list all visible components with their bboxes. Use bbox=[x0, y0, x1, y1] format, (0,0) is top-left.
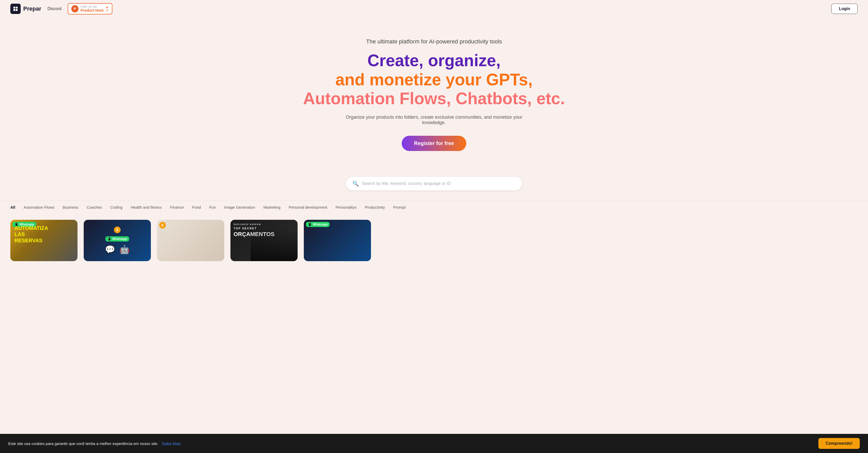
hero-section: The ultimate platform for AI-powered pro… bbox=[0, 18, 868, 177]
ph-vote-arrow: ▲ bbox=[106, 5, 109, 9]
card-1-title: AUTOMATIZALASRESERVAS bbox=[14, 225, 48, 244]
producthunt-badge[interactable]: P FIND US ON Product Hunt ▲ 7 bbox=[68, 3, 113, 15]
hero-title-purple: Create, organize, bbox=[367, 51, 501, 70]
cookie-text: Este site usa cookies para garantir que … bbox=[8, 442, 812, 446]
search-input[interactable] bbox=[362, 181, 516, 186]
hero-title-salmon: Automation Flows, Chatbots, etc. bbox=[303, 89, 565, 108]
ph-votes: ▲ 7 bbox=[106, 5, 109, 12]
card-2-badge: $ bbox=[114, 227, 121, 233]
category-marketing[interactable]: Marketing bbox=[264, 205, 281, 209]
hero-title: Create, organize, and monetize your GPTs… bbox=[10, 51, 858, 108]
svg-rect-1 bbox=[16, 7, 18, 8]
category-coaches[interactable]: Coaches bbox=[87, 205, 102, 209]
category-coding[interactable]: Coding bbox=[110, 205, 122, 209]
hero-description: Organize your products into folders, cre… bbox=[344, 115, 524, 125]
hero-subtitle: The ultimate platform for AI-powered pro… bbox=[10, 38, 858, 45]
card-2-wa: 📱 Whatsapp bbox=[105, 236, 129, 242]
ph-text: FIND US ON Product Hunt bbox=[81, 5, 103, 12]
ph-name-label: Product Hunt bbox=[81, 8, 103, 12]
svg-rect-3 bbox=[16, 9, 18, 11]
login-button[interactable]: Login bbox=[831, 4, 858, 14]
card-3[interactable]: $ bbox=[157, 220, 224, 261]
category-image-generation[interactable]: Image Generation bbox=[224, 205, 255, 209]
search-icon: 🔍 bbox=[352, 180, 359, 187]
card-1[interactable]: 📱 Whatsapp AUTOMATIZALASRESERVAS bbox=[10, 220, 78, 261]
category-fun[interactable]: Fun bbox=[209, 205, 216, 209]
svg-rect-2 bbox=[13, 9, 15, 11]
logo[interactable]: Prepar bbox=[10, 4, 41, 14]
card-4[interactable]: leort.com.br ★★★★★ TOP SECRET ORÇAMENTOS bbox=[230, 220, 298, 261]
bot-icon: 🤖 bbox=[119, 245, 130, 254]
card-5-badge: 📱 Whatsapp bbox=[306, 222, 330, 227]
ph-find-label: FIND US ON bbox=[81, 5, 103, 8]
svg-rect-0 bbox=[13, 7, 15, 8]
card-4-overlay bbox=[251, 228, 298, 261]
card-2-icons: 💬 🤖 bbox=[105, 245, 130, 254]
card-5[interactable]: 📱 Whatsapp bbox=[304, 220, 371, 261]
category-all[interactable]: All bbox=[10, 205, 15, 209]
cookie-accept-button[interactable]: Compreendo! bbox=[818, 438, 860, 449]
categories-bar: All Automation Flows Business Coaches Co… bbox=[0, 201, 868, 214]
cookie-banner: Este site usa cookies para garantir que … bbox=[0, 434, 868, 453]
search-bar: 🔍 bbox=[346, 177, 522, 190]
navbar: Prepar Discord P FIND US ON Product Hunt… bbox=[0, 0, 868, 18]
card-2[interactable]: $ 📱 Whatsapp 💬 🤖 bbox=[84, 220, 151, 261]
hero-title-orange: and monetize your GPTs, bbox=[335, 70, 532, 89]
category-personal-development[interactable]: Personal development bbox=[288, 205, 327, 209]
chat-icon: 💬 bbox=[105, 245, 115, 254]
card-3-badge: $ bbox=[159, 222, 166, 229]
navbar-left: Prepar Discord P FIND US ON Product Hunt… bbox=[10, 3, 113, 15]
category-prompt[interactable]: Prompt bbox=[393, 205, 406, 209]
ph-vote-count: 7 bbox=[106, 9, 108, 12]
category-business[interactable]: Business bbox=[63, 205, 78, 209]
cards-row: 📱 Whatsapp AUTOMATIZALASRESERVAS $ 📱 Wha… bbox=[0, 214, 868, 267]
logo-text: Prepar bbox=[23, 5, 41, 12]
category-health-fitness[interactable]: Health and fitness bbox=[131, 205, 162, 209]
category-productivity[interactable]: Productivity bbox=[365, 205, 385, 209]
category-food[interactable]: Food bbox=[192, 205, 201, 209]
logo-icon bbox=[10, 4, 21, 14]
discord-link[interactable]: Discord bbox=[48, 6, 61, 11]
search-section: 🔍 bbox=[336, 177, 532, 190]
category-personalitys[interactable]: Personalitys bbox=[336, 205, 357, 209]
category-finance[interactable]: Finance bbox=[170, 205, 184, 209]
register-button[interactable]: Register for free bbox=[402, 136, 467, 151]
ph-icon: P bbox=[71, 5, 79, 12]
category-automation-flows[interactable]: Automation Flows bbox=[24, 205, 54, 209]
cookie-learn-more[interactable]: Saiba Mais bbox=[162, 442, 181, 446]
